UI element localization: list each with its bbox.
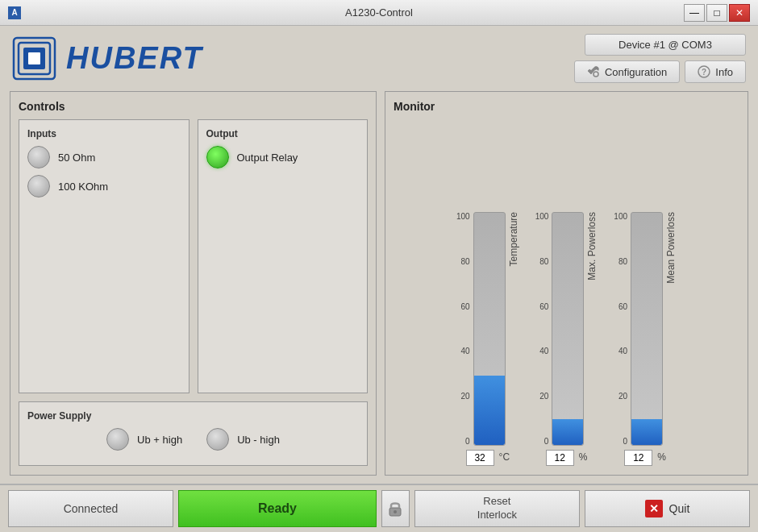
output-relay-item[interactable]: Output Relay [206,146,360,168]
svg-point-8 [394,510,397,513]
mean-powerloss-bottom: 12 % [624,447,666,466]
input-100kohm-label: 100 KOhm [58,181,108,193]
mean-powerloss-fill [631,419,662,445]
connected-button[interactable]: Connected [8,490,173,527]
power-pos-item[interactable]: Ub + high [106,428,182,451]
max-powerloss-label: Max. Powerloss [586,212,598,281]
input-50ohm-radio[interactable] [27,146,50,168]
monitor-panel: Monitor 100 80 60 40 20 0 [385,91,748,476]
status-bar: Connected Ready ResetInterlock ✕ Quit [0,484,758,532]
mean-powerloss-value: 12 [624,450,652,466]
reset-interlock-button[interactable]: ResetInterlock [414,490,580,527]
inputs-title: Inputs [27,128,181,139]
power-title: Power Supply [27,410,359,422]
app-icon: A [8,6,21,19]
controls-top-row: Inputs 50 Ohm 100 KOhm Output [19,119,368,393]
output-relay-label: Output Relay [237,152,298,164]
controls-title: Controls [19,100,368,113]
input-100kohm-radio[interactable] [27,175,50,197]
restore-button[interactable]: □ [706,4,727,22]
temperature-bottom: 32 °C [466,447,510,466]
max-powerloss-fill [552,419,583,445]
max-powerloss-unit: % [579,451,588,463]
quit-label: Quit [669,502,690,515]
header-buttons: Configuration ? Info [574,60,746,83]
device-label: Device #1 @ COM3 [585,34,746,56]
controls-panel: Controls Inputs 50 Ohm 100 KOhm [10,91,377,476]
power-neg-radio[interactable] [206,428,229,451]
input-50ohm-item[interactable]: 50 Ohm [27,146,181,168]
temperature-unit: °C [499,451,510,463]
temperature-fill [474,376,505,445]
output-relay-radio[interactable] [206,146,229,168]
controls-inner: Inputs 50 Ohm 100 KOhm Output [19,119,368,466]
max-powerloss-bottom: 12 % [546,447,588,466]
panels-area: Controls Inputs 50 Ohm 100 KOhm [0,91,758,484]
lock-icon-wrap [381,490,410,527]
mean-powerloss-label: Mean Powerloss [665,212,677,284]
wrench-icon [587,65,600,78]
power-neg-label: Ub - high [237,434,280,446]
info-icon: ? [698,65,710,78]
logo-text: HUBERT [66,41,203,76]
gauge-max-powerloss: 100 80 60 40 20 0 Max. Powerloss [535,212,598,466]
window-title: A1230-Control [345,6,413,19]
gauge-temperature: 100 80 60 40 20 0 Temperature [456,212,519,466]
configuration-button[interactable]: Configuration [574,60,680,83]
temperature-track [473,212,506,446]
temperature-label: Temperature [508,212,519,266]
inputs-box: Inputs 50 Ohm 100 KOhm [19,119,190,393]
mean-powerloss-track [631,212,663,446]
power-pos-label: Ub + high [137,434,182,446]
main-content: HUBERT Device #1 @ COM3 Configuration ? [0,26,758,532]
mean-powerloss-unit: % [657,451,666,463]
quit-icon: ✕ [645,500,663,517]
logo-area: HUBERT [12,36,203,81]
input-50ohm-label: 50 Ohm [58,152,95,164]
svg-point-4 [593,72,598,77]
monitor-title: Monitor [394,100,739,113]
close-button[interactable]: ✕ [729,4,750,22]
monitor-inner: 100 80 60 40 20 0 Temperature [394,119,739,466]
output-box: Output Output Relay [198,119,369,393]
info-button[interactable]: ? Info [685,60,746,83]
power-supply-box: Power Supply Ub + high Ub - high [19,401,368,466]
header-right: Device #1 @ COM3 Configuration ? Info [574,34,746,83]
lock-icon [387,500,403,517]
max-powerloss-value: 12 [546,450,574,466]
reset-label: ResetInterlock [477,495,517,522]
minimize-button[interactable]: — [684,4,705,22]
title-bar: A A1230-Control — □ ✕ [0,0,758,26]
output-title: Output [206,128,360,139]
quit-button[interactable]: ✕ Quit [585,490,750,527]
info-label: Info [715,66,733,78]
temperature-value: 32 [466,450,494,466]
app-header: HUBERT Device #1 @ COM3 Configuration ? [0,26,758,91]
power-row: Ub + high Ub - high [27,428,359,457]
ready-label: Ready [258,501,297,516]
window-controls: — □ ✕ [684,4,750,22]
svg-rect-3 [28,52,40,64]
ready-button[interactable]: Ready [178,490,377,527]
power-neg-item[interactable]: Ub - high [206,428,280,451]
logo-icon [12,36,56,81]
gauge-mean-powerloss: 100 80 60 40 20 0 Mean Powerloss [614,212,677,466]
max-powerloss-track [552,212,584,446]
power-pos-radio[interactable] [106,428,129,451]
configuration-label: Configuration [605,66,667,78]
svg-text:?: ? [702,68,706,77]
connected-label: Connected [64,502,119,515]
input-100kohm-item[interactable]: 100 KOhm [27,175,181,197]
